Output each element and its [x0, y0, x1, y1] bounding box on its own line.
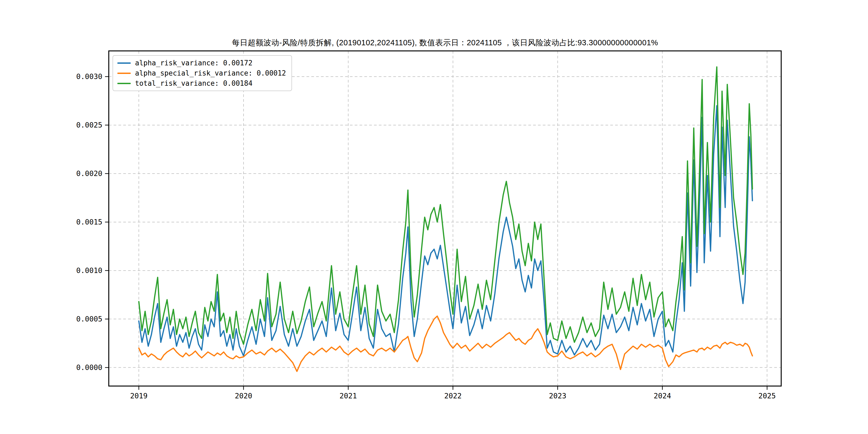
legend-label-alpha-special-risk: alpha_special_risk_variance: 0.00012 [135, 69, 286, 77]
y-tick-label: 0.0000 [76, 363, 102, 372]
x-tick-label: 2024 [654, 392, 671, 400]
x-tick-label: 2020 [235, 392, 252, 400]
y-tick-label: 0.0020 [76, 169, 102, 178]
x-tick-label: 2021 [339, 392, 357, 400]
y-tick-label: 0.0015 [76, 218, 102, 226]
legend-swatch-alpha-special-risk [117, 72, 131, 74]
x-tick-label: 2019 [130, 392, 148, 400]
chart-title: 每日超额波动-风险/特质拆解, (20190102,20241105), 数值表… [109, 37, 781, 48]
x-tick-label: 2022 [444, 392, 462, 400]
y-tick-label: 0.0010 [76, 266, 102, 275]
legend: alpha_risk_variance: 0.00172 alpha_speci… [113, 55, 292, 91]
y-tick-label: 0.0030 [76, 72, 102, 81]
x-tick-label: 2023 [549, 392, 566, 400]
legend-item: alpha_risk_variance: 0.00172 [117, 59, 286, 67]
legend-label-alpha-risk: alpha_risk_variance: 0.00172 [135, 59, 252, 67]
y-tick-label: 0.0025 [76, 121, 102, 129]
legend-label-total-risk: total_risk_variance: 0.00184 [135, 79, 252, 87]
legend-item: total_risk_variance: 0.00184 [117, 79, 286, 87]
legend-item: alpha_special_risk_variance: 0.00012 [117, 69, 286, 77]
series-line-total_risk_variance [139, 67, 752, 344]
series-line-alpha_risk_variance [139, 106, 752, 356]
series-layer [139, 67, 752, 372]
figure: 0.00000.00050.00100.00150.00200.00250.00… [0, 0, 868, 434]
legend-swatch-alpha-risk [117, 62, 131, 64]
x-tick-label: 2025 [758, 392, 776, 400]
legend-swatch-total-risk [117, 83, 131, 84]
y-tick-label: 0.0005 [76, 315, 102, 323]
